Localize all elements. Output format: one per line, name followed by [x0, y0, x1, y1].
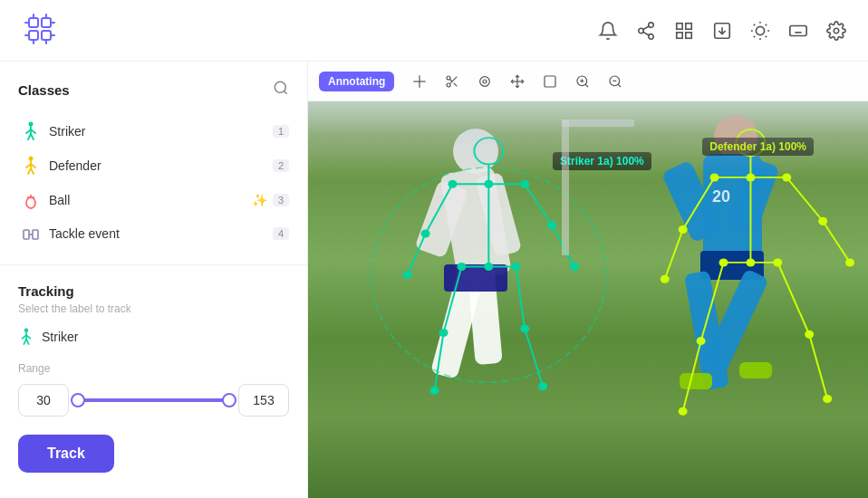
svg-line-40 [284, 91, 286, 93]
class-label-ball: Ball [49, 193, 252, 207]
app-logo-icon [22, 11, 58, 51]
keyboard-icon[interactable] [788, 21, 808, 41]
svg-rect-57 [33, 230, 38, 239]
class-item-defender[interactable]: Defender 2 [18, 148, 289, 183]
svg-point-73 [483, 80, 487, 83]
svg-line-82 [618, 84, 621, 87]
svg-rect-0 [29, 18, 38, 27]
range-row [18, 384, 289, 417]
class-item-tackle[interactable]: Tackle event 4 [18, 217, 289, 250]
svg-line-71 [450, 79, 453, 81]
brightness-icon[interactable] [750, 21, 770, 41]
svg-rect-3 [42, 31, 51, 40]
annotation-toolbar: Annotating [308, 62, 868, 101]
wand-icon: ✨ [252, 193, 267, 207]
svg-point-23 [756, 26, 764, 34]
content-area: Annotating [308, 62, 868, 498]
svg-rect-18 [686, 23, 691, 28]
classes-header: Classes [18, 80, 289, 100]
logo [22, 11, 58, 51]
bell-icon[interactable] [598, 21, 618, 41]
annotating-badge: Annotating [319, 72, 394, 91]
svg-point-67 [447, 76, 450, 80]
image-area: 20 [308, 101, 868, 498]
range-thumb-left[interactable] [71, 393, 85, 407]
svg-line-26 [754, 24, 755, 24]
svg-line-46 [31, 134, 34, 139]
svg-point-14 [649, 34, 654, 38]
svg-line-64 [26, 340, 29, 344]
svg-point-13 [639, 28, 644, 34]
selected-label-text: Striker [42, 330, 78, 344]
svg-line-27 [766, 35, 767, 36]
svg-rect-20 [686, 32, 691, 37]
class-label-striker: Striker [49, 124, 273, 139]
svg-point-131 [845, 258, 854, 266]
svg-rect-32 [790, 25, 806, 35]
range-thumb-right[interactable] [222, 393, 236, 407]
main-layout: Classes Striker [0, 62, 868, 498]
svg-line-15 [643, 32, 649, 35]
svg-line-16 [643, 25, 649, 29]
tool-zoom-out[interactable] [601, 67, 630, 96]
search-classes-button[interactable] [273, 80, 289, 100]
settings-icon[interactable] [826, 21, 846, 41]
tracking-subtitle: Select the label to track [18, 302, 289, 315]
svg-point-72 [480, 76, 490, 86]
svg-line-31 [766, 24, 767, 24]
classes-section: Classes Striker [0, 62, 307, 265]
svg-rect-1 [42, 18, 51, 27]
range-min-input[interactable] [18, 384, 69, 417]
tool-move[interactable] [503, 67, 532, 96]
class-badge-defender: 2 [273, 159, 289, 172]
grid-icon[interactable] [674, 21, 694, 41]
svg-point-53 [26, 197, 35, 208]
ball-icon [18, 190, 43, 210]
svg-point-39 [275, 81, 285, 92]
svg-point-38 [834, 28, 839, 34]
svg-point-68 [447, 83, 450, 87]
track-button[interactable]: Track [18, 435, 114, 473]
header-icons [598, 21, 846, 41]
range-label: Range [18, 362, 289, 375]
tracking-title: Tracking [18, 283, 289, 299]
svg-rect-56 [24, 230, 29, 239]
tool-rect[interactable] [535, 67, 564, 96]
range-slider[interactable] [78, 384, 229, 417]
svg-rect-76 [545, 76, 555, 87]
svg-rect-17 [677, 23, 682, 28]
svg-line-70 [454, 82, 458, 86]
svg-line-52 [31, 168, 34, 174]
striker-icon [18, 121, 43, 141]
tool-crosshair[interactable] [405, 67, 434, 96]
svg-rect-19 [677, 32, 682, 37]
sidebar: Classes Striker [0, 62, 308, 498]
class-badge-tackle: 4 [273, 227, 289, 240]
class-badge-striker: 1 [273, 125, 289, 138]
tackle-icon [18, 225, 43, 243]
defender-icon [18, 156, 43, 176]
class-label-tackle: Tackle event [49, 226, 273, 241]
download-icon[interactable] [712, 21, 732, 41]
range-max-input[interactable] [238, 384, 289, 417]
header [0, 0, 868, 62]
svg-point-12 [649, 22, 654, 27]
class-label-defender: Defender [49, 158, 273, 173]
class-item-striker[interactable]: Striker 1 [18, 114, 289, 148]
svg-line-30 [754, 35, 755, 36]
class-item-ball[interactable]: Ball ✨ 3 [18, 183, 289, 217]
share-icon[interactable] [636, 21, 656, 41]
field-background: 20 [308, 101, 868, 498]
selected-label-row: Striker [18, 328, 289, 346]
tool-zoom-in[interactable] [568, 67, 597, 96]
classes-title: Classes [18, 82, 70, 98]
svg-rect-2 [29, 31, 38, 40]
tool-circle[interactable] [470, 67, 499, 96]
tracking-section: Tracking Select the label to track Strik… [0, 265, 307, 498]
class-badge-ball: 3 [273, 194, 289, 206]
svg-line-78 [585, 84, 588, 87]
tool-cut[interactable] [438, 67, 467, 96]
